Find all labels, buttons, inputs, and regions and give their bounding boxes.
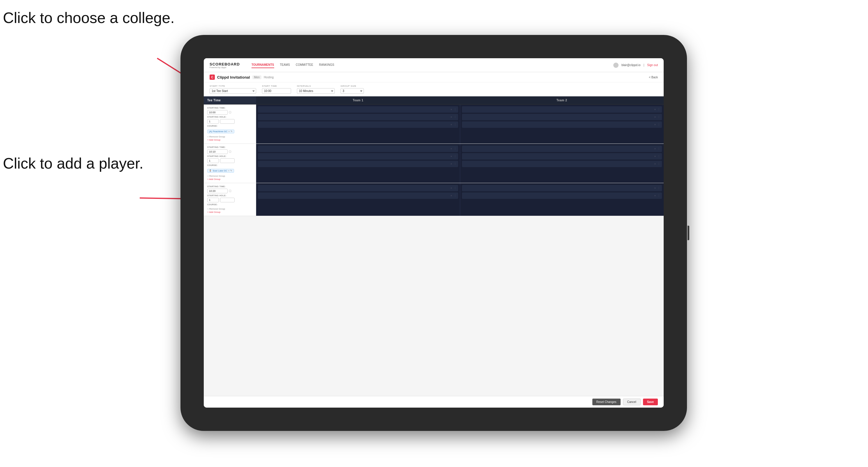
player-slot[interactable]: × ⋮	[258, 192, 458, 199]
remove-group-link-2[interactable]: ○ Remove Group	[207, 175, 252, 177]
starting-hole-input-row-2	[207, 158, 252, 163]
nav-tournaments[interactable]: TOURNAMENTS	[251, 62, 274, 68]
cancel-button[interactable]: Cancel	[623, 399, 641, 405]
player-slot[interactable]: × ⋮	[258, 161, 458, 167]
player-slot[interactable]: × ⋮	[462, 146, 662, 152]
move-icon: ⋮	[454, 194, 457, 197]
move-icon: ⋮	[657, 108, 660, 111]
team2-column-3: × ⋮ × ⋮	[460, 183, 664, 216]
move-icon: ⋮	[657, 116, 660, 119]
starting-hole-input-1[interactable]	[207, 119, 219, 124]
top-nav: SCOREBOARD Powered by clippd TOURNAMENTS…	[204, 58, 664, 72]
start-type-select[interactable]: 1st Tee Start	[210, 88, 256, 94]
player-slot[interactable]: × ⋮	[462, 192, 662, 199]
starting-time-input-row-1: ⓘ	[207, 110, 252, 115]
player-slot[interactable]: × ⋮	[462, 185, 662, 191]
player-slot[interactable]: × ⋮	[258, 153, 458, 160]
table-row: STARTING TIME: ⓘ STARTING HOLE: COURSE:	[204, 104, 664, 144]
course-label-2: COURSE:	[207, 164, 252, 166]
starting-hole-input-2[interactable]	[207, 158, 219, 163]
info-icon-3: ⓘ	[229, 189, 231, 193]
course-icon-2: 🏌	[209, 169, 212, 172]
player-slot[interactable]: × ⋮	[462, 114, 662, 120]
player-slot[interactable]: × ⋮	[258, 114, 458, 120]
info-icon-2: ⓘ	[229, 150, 231, 154]
th-tee-time: Tee Time	[204, 96, 256, 104]
move-icon: ⋮	[454, 187, 457, 190]
user-email: blair@clippd.io	[621, 63, 641, 67]
start-time-label: Start Time	[262, 85, 291, 87]
nav-committee[interactable]: COMMITTEE	[296, 62, 313, 68]
course-edit-2[interactable]: ✎	[230, 169, 232, 172]
th-team1: Team 1	[256, 96, 460, 104]
course-remove-2[interactable]: ×	[228, 169, 230, 172]
player-slot[interactable]: × ⋮	[462, 153, 662, 160]
main-content[interactable]: STARTING TIME: ⓘ STARTING HOLE: COURSE:	[204, 104, 664, 396]
app-container: SCOREBOARD Powered by clippd TOURNAMENTS…	[204, 58, 664, 408]
team1-column-2: × ⋮ × ⋮ × ⋮	[256, 144, 460, 183]
move-icon: ⋮	[454, 123, 457, 126]
left-panel-1: STARTING TIME: ⓘ STARTING HOLE: COURSE:	[204, 104, 256, 144]
expand-icon: ×	[654, 187, 656, 190]
course-name-2: East Lake GC	[213, 169, 227, 172]
expand-icon: ×	[451, 123, 452, 126]
starting-time-input-2[interactable]	[207, 149, 228, 154]
nav-rankings[interactable]: RANKINGS	[319, 62, 334, 68]
page-title-area: C Clippd Invitational Men Hosting	[210, 74, 274, 80]
table-row: STARTING TIME: ⓘ STARTING HOLE: COURSE:	[204, 144, 664, 183]
remove-group-link-3[interactable]: ○ Remove Group	[207, 208, 252, 210]
starting-hole-label-3: STARTING HOLE:	[207, 194, 252, 196]
starting-hole-select-1[interactable]	[220, 119, 235, 124]
remove-group-link-1[interactable]: ○ Remove Group	[207, 135, 252, 138]
reset-button[interactable]: Reset Changes	[592, 399, 621, 405]
action-links-2: ○ Remove Group + Add Group	[207, 175, 252, 181]
player-slot[interactable]: × ⋮	[258, 185, 458, 191]
player-slot[interactable]: × ⋮	[258, 121, 458, 128]
expand-icon: ×	[654, 116, 656, 119]
group-size-select[interactable]: 3	[341, 88, 364, 94]
add-group-link-1[interactable]: + Add Group	[207, 138, 252, 141]
starting-hole-input-row-3	[207, 198, 252, 203]
starting-hole-label-2: STARTING HOLE:	[207, 155, 252, 157]
start-time-input[interactable]	[262, 88, 291, 94]
add-group-link-3[interactable]: + Add Group	[207, 211, 252, 213]
page-tag: Men	[252, 75, 261, 79]
starting-hole-input-3[interactable]	[207, 198, 219, 203]
save-button[interactable]: Save	[643, 399, 658, 405]
move-icon: ⋮	[454, 116, 457, 119]
starting-time-input-1[interactable]	[207, 110, 228, 115]
tablet-side-button	[687, 226, 689, 240]
move-icon: ⋮	[657, 194, 660, 197]
start-type-group: Start Type 1st Tee Start	[210, 85, 256, 94]
move-icon: ⋮	[454, 147, 457, 150]
table-row: STARTING TIME: ⓘ STARTING HOLE: COURSE:	[204, 183, 664, 216]
table-header: Tee Time Team 1 Team 2	[204, 96, 664, 104]
player-slot[interactable]: × ⋮	[462, 161, 662, 167]
player-slot[interactable]: × ⋮	[462, 106, 662, 113]
annotation-top: Click to choose a college.	[3, 9, 175, 27]
back-button[interactable]: < Back	[649, 76, 658, 79]
sign-out-link[interactable]: Sign out	[647, 63, 658, 67]
clipp-logo: C	[210, 74, 215, 80]
team2-column-2: × ⋮ × ⋮ × ⋮	[460, 144, 664, 183]
sub-header: C Clippd Invitational Men Hosting < Back	[204, 72, 664, 83]
course-tag-text-2[interactable]: 🏌 East Lake GC × ✎	[207, 169, 234, 173]
starting-time-input-3[interactable]	[207, 189, 228, 193]
intervals-label: Intervals	[297, 85, 335, 87]
course-remove-1[interactable]: ×	[228, 130, 230, 133]
player-slot[interactable]: × ⋮	[258, 106, 458, 113]
move-icon: ⋮	[454, 155, 457, 158]
expand-icon: ×	[654, 155, 656, 158]
course-edit-1[interactable]: ✎	[230, 130, 232, 133]
intervals-select[interactable]: 10 Minutes	[297, 88, 335, 94]
nav-links: TOURNAMENTS TEAMS COMMITTEE RANKINGS	[251, 62, 604, 68]
add-group-link-2[interactable]: + Add Group	[207, 178, 252, 181]
course-tag-text-1[interactable]: (A) Peachtree GC × ✎	[207, 130, 234, 133]
player-slot[interactable]: × ⋮	[462, 121, 662, 128]
starting-hole-select-2[interactable]	[220, 158, 235, 163]
nav-teams[interactable]: TEAMS	[280, 62, 290, 68]
expand-icon: ×	[451, 147, 452, 150]
brand-sub: Powered by clippd	[210, 66, 240, 68]
starting-hole-select-3[interactable]	[220, 198, 235, 203]
player-slot[interactable]: × ⋮	[258, 146, 458, 152]
